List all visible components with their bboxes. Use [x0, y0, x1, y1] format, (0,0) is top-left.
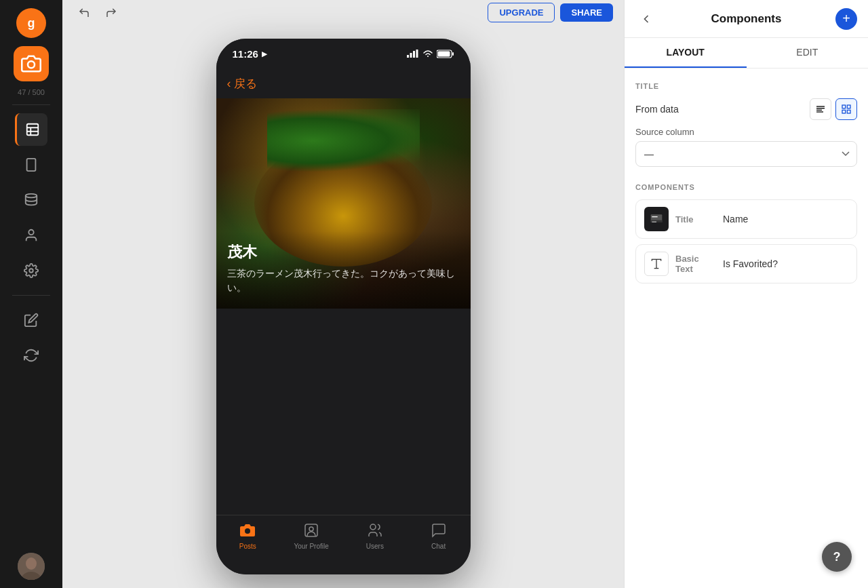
svg-point-11 [26, 557, 37, 570]
share-button[interactable]: SHARE [560, 3, 613, 22]
title-component-icon [644, 207, 669, 231]
add-component-button[interactable]: + [835, 8, 857, 30]
from-data-icons [810, 98, 857, 120]
back-chevron-icon: ‹ [227, 77, 231, 91]
profile-tab[interactable]: Your Profile [279, 521, 343, 550]
main-area: UPGRADE SHARE 11:26 ▶ [62, 0, 624, 588]
toolbar: UPGRADE SHARE [62, 0, 624, 25]
food-image: 茂木 三茶のラーメン茂木行ってきた。コクがあって美味しい。 [216, 98, 471, 309]
svg-rect-13 [407, 55, 409, 58]
camera-tab-icon [239, 522, 256, 538]
title-icon-svg [650, 212, 663, 226]
svg-point-7 [26, 194, 37, 198]
svg-rect-30 [842, 110, 846, 113]
redo-button[interactable] [100, 2, 122, 24]
svg-rect-29 [847, 105, 850, 109]
chat-tab-label: Chat [431, 543, 446, 550]
title-section-label: TITLE [635, 82, 857, 90]
settings-icon [24, 263, 39, 278]
sidebar-bottom [18, 553, 45, 580]
food-title: 茂木 [227, 242, 460, 262]
phone-back-button[interactable]: ‹ 戻る [227, 76, 257, 92]
svg-point-0 [28, 61, 35, 68]
components-section-label: COMPONENTS [635, 183, 857, 191]
sidebar-divider-1 [12, 104, 50, 105]
battery-icon [437, 50, 454, 58]
panel-back-button[interactable] [635, 8, 657, 30]
sidebar: g 47 / 500 [0, 0, 62, 588]
basictext-component-type: Basic Text [675, 254, 716, 274]
sync-icon [24, 348, 39, 363]
user-avatar[interactable] [18, 553, 45, 580]
database-icon [24, 193, 39, 208]
users-tab-icon [366, 521, 384, 540]
sidebar-item-settings[interactable] [15, 254, 47, 287]
posts-tab[interactable]: Posts [216, 521, 280, 550]
status-time: 11:26 ▶ [233, 48, 267, 60]
svg-rect-31 [847, 110, 850, 113]
sidebar-item-database[interactable] [15, 184, 47, 216]
sidebar-item-sync[interactable] [15, 339, 47, 372]
panel-content: TITLE From data [625, 68, 868, 588]
right-panel-header: Components + [625, 0, 868, 38]
source-column-wrapper: Source column — [635, 127, 857, 167]
svg-point-8 [28, 230, 33, 235]
grid-icon-button[interactable] [835, 98, 857, 120]
user-icon [24, 228, 39, 243]
from-data-label: From data [635, 104, 679, 115]
basictext-component-value: Is Favorited? [723, 258, 848, 269]
help-button[interactable]: ? [822, 542, 852, 572]
panel-tabs: LAYOUT EDIT [625, 38, 868, 68]
users-tab[interactable]: Users [343, 521, 407, 550]
svg-point-9 [29, 269, 33, 273]
camera-app-icon[interactable] [14, 46, 49, 81]
svg-rect-15 [413, 51, 415, 58]
title-component-row[interactable]: Title Name [635, 199, 857, 239]
chat-tab-icon [429, 521, 448, 540]
profile-tab-icon [302, 521, 321, 540]
phone-mockup: 11:26 ▶ [216, 39, 471, 574]
undo-button[interactable] [73, 2, 95, 24]
back-label: 戻る [234, 76, 257, 92]
title-component-type: Title [675, 214, 716, 224]
svg-rect-5 [27, 159, 36, 171]
layout-tab[interactable]: LAYOUT [625, 38, 747, 68]
status-icons [407, 50, 454, 58]
phone-icon [24, 157, 39, 172]
svg-rect-16 [416, 50, 418, 58]
chat-tab[interactable]: Chat [407, 521, 471, 550]
text-icon-svg [650, 257, 663, 271]
sidebar-item-edit[interactable] [15, 304, 47, 336]
location-icon: ▶ [262, 50, 267, 58]
from-data-row: From data [635, 98, 857, 120]
svg-rect-18 [437, 51, 450, 56]
sidebar-item-phone[interactable] [15, 149, 47, 181]
source-column-select[interactable]: — [635, 141, 857, 167]
profile-tab-label: Your Profile [294, 543, 328, 550]
svg-rect-14 [410, 53, 412, 58]
food-overlay: 茂木 三茶のラーメン茂木行ってきた。コクがあって美味しい。 [216, 231, 471, 309]
chat-tab-svg [431, 522, 447, 538]
sidebar-item-profile[interactable] [15, 219, 47, 252]
source-column-label: Source column [635, 127, 857, 137]
svg-point-23 [370, 524, 376, 530]
upgrade-button[interactable]: UPGRADE [488, 3, 555, 22]
basictext-component-row[interactable]: Basic Text Is Favorited? [635, 244, 857, 283]
phone-status-bar: 11:26 ▶ [216, 39, 471, 68]
edit-tab[interactable]: EDIT [747, 38, 869, 68]
profile-tab-svg [303, 522, 319, 538]
svg-point-22 [309, 527, 313, 531]
phone-tab-bar: Posts Your Profile [216, 515, 471, 574]
basictext-component-icon [644, 252, 669, 276]
posts-tab-label: Posts [239, 543, 256, 550]
phone-nav-bar: ‹ 戻る [216, 68, 471, 98]
sidebar-divider-2 [12, 295, 50, 296]
redo-icon [105, 7, 117, 19]
sidebar-item-table[interactable] [15, 113, 47, 146]
app-logo[interactable]: g [16, 8, 46, 38]
users-tab-svg [367, 522, 383, 538]
svg-rect-19 [452, 52, 454, 56]
user-avatar-image [18, 553, 45, 580]
text-align-icon-button[interactable] [810, 98, 831, 120]
svg-rect-28 [842, 105, 846, 109]
